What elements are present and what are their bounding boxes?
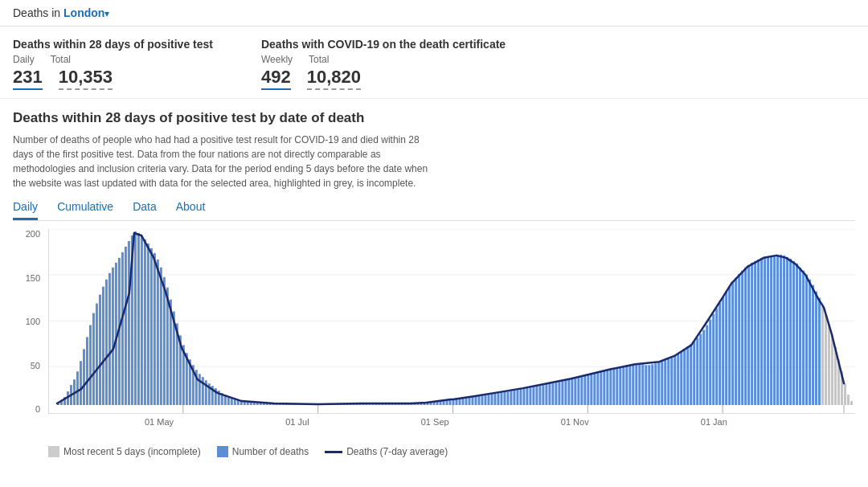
svg-rect-211 — [702, 329, 705, 405]
x-label-jan: 01 Jan — [701, 417, 727, 427]
svg-rect-148 — [500, 392, 502, 405]
svg-rect-209 — [696, 338, 698, 405]
x-label-nov: 01 Nov — [561, 417, 589, 427]
svg-rect-173 — [580, 376, 583, 405]
svg-rect-246 — [815, 292, 817, 405]
svg-rect-228 — [757, 260, 760, 405]
x-label-jul: 01 Jul — [285, 417, 309, 427]
svg-rect-231 — [767, 256, 769, 405]
stat-label2-1: Total — [51, 54, 71, 65]
svg-rect-167 — [561, 381, 563, 405]
svg-rect-174 — [583, 375, 586, 405]
svg-rect-201 — [670, 357, 673, 405]
stat-daily-1: 231 — [13, 67, 43, 90]
svg-rect-35 — [137, 233, 140, 405]
svg-rect-222 — [738, 274, 740, 405]
svg-rect-193 — [645, 365, 647, 405]
svg-rect-165 — [555, 383, 557, 405]
svg-rect-168 — [564, 380, 567, 405]
dropdown-arrow-icon[interactable]: ▾ — [104, 8, 109, 19]
location-link[interactable]: London — [63, 6, 104, 19]
svg-rect-190 — [635, 364, 637, 405]
svg-rect-36 — [141, 235, 143, 405]
svg-rect-156 — [526, 387, 528, 405]
svg-rect-240 — [796, 264, 798, 405]
svg-rect-18 — [83, 349, 85, 405]
svg-rect-171 — [574, 378, 576, 405]
x-axis-labels: 01 May 01 Jul 01 Sep 01 Nov 01 Jan — [48, 414, 855, 438]
svg-rect-31 — [125, 247, 127, 405]
x-label-sep: 01 Sep — [421, 417, 449, 427]
tab-data[interactable]: Data — [133, 200, 157, 220]
svg-rect-213 — [709, 320, 711, 406]
legend-incomplete: Most recent 5 days (incomplete) — [48, 446, 201, 457]
svg-rect-239 — [792, 261, 795, 405]
svg-rect-189 — [632, 364, 634, 405]
svg-rect-184 — [616, 367, 618, 405]
chart-container: 0 50 100 150 200 — [13, 229, 855, 438]
svg-rect-250 — [828, 324, 830, 405]
svg-rect-54 — [199, 374, 201, 405]
svg-rect-154 — [519, 389, 522, 405]
svg-rect-236 — [783, 256, 785, 405]
tab-about[interactable]: About — [176, 200, 206, 220]
svg-rect-146 — [493, 393, 496, 405]
stat-total-2: 10,820 — [307, 67, 361, 90]
stats-section: Deaths within 28 days of positive test D… — [0, 27, 868, 99]
x-label-may: 01 May — [145, 417, 174, 427]
svg-rect-202 — [674, 355, 676, 405]
svg-rect-38 — [147, 244, 149, 405]
stat-label1-1: Daily — [13, 54, 35, 65]
legend-deaths: Number of deaths — [217, 446, 309, 457]
svg-rect-150 — [506, 391, 509, 405]
svg-rect-141 — [477, 395, 480, 405]
svg-rect-192 — [641, 364, 644, 405]
svg-rect-230 — [764, 257, 766, 405]
svg-rect-218 — [725, 292, 727, 405]
svg-rect-225 — [747, 265, 750, 405]
legend-deaths-swatch — [217, 446, 228, 457]
tab-daily[interactable]: Daily — [13, 200, 38, 220]
svg-rect-187 — [625, 365, 628, 405]
svg-rect-159 — [535, 386, 538, 405]
svg-rect-39 — [150, 248, 153, 405]
svg-rect-196 — [654, 363, 657, 405]
svg-rect-147 — [497, 393, 499, 405]
svg-rect-247 — [818, 298, 821, 405]
chart-description: Number of deaths of people who had had a… — [13, 133, 439, 190]
svg-rect-248 — [821, 306, 824, 405]
svg-rect-164 — [551, 383, 554, 405]
svg-rect-243 — [805, 275, 808, 405]
svg-rect-256 — [847, 395, 850, 405]
svg-rect-255 — [844, 383, 846, 405]
svg-rect-145 — [490, 394, 493, 405]
chart-legend: Most recent 5 days (incomplete) Number o… — [13, 438, 855, 462]
svg-rect-144 — [487, 395, 489, 405]
svg-rect-214 — [712, 314, 714, 406]
legend-deaths-label: Number of deaths — [232, 446, 309, 457]
y-label-200: 200 — [13, 229, 45, 239]
svg-rect-224 — [744, 268, 747, 405]
tab-cumulative[interactable]: Cumulative — [57, 200, 113, 220]
stat-daily-2: 492 — [261, 67, 291, 90]
svg-rect-227 — [754, 261, 756, 405]
svg-rect-155 — [522, 388, 525, 405]
svg-rect-20 — [89, 325, 92, 405]
svg-rect-226 — [751, 263, 753, 405]
svg-rect-42 — [160, 268, 162, 405]
svg-rect-245 — [812, 285, 814, 405]
svg-rect-140 — [474, 396, 477, 405]
svg-rect-251 — [831, 334, 833, 405]
y-label-150: 150 — [13, 273, 45, 283]
svg-rect-43 — [163, 277, 166, 405]
svg-rect-238 — [789, 259, 792, 405]
svg-rect-179 — [600, 371, 602, 405]
svg-rect-186 — [622, 366, 624, 405]
stat-total-1: 10,353 — [59, 67, 113, 90]
stat-title-2: Deaths with COVID-19 on the death certif… — [261, 38, 506, 51]
svg-rect-151 — [510, 391, 512, 405]
svg-rect-169 — [567, 379, 570, 405]
svg-rect-162 — [545, 384, 547, 405]
tabs-bar: Daily Cumulative Data About — [13, 200, 855, 221]
svg-rect-166 — [558, 382, 560, 405]
